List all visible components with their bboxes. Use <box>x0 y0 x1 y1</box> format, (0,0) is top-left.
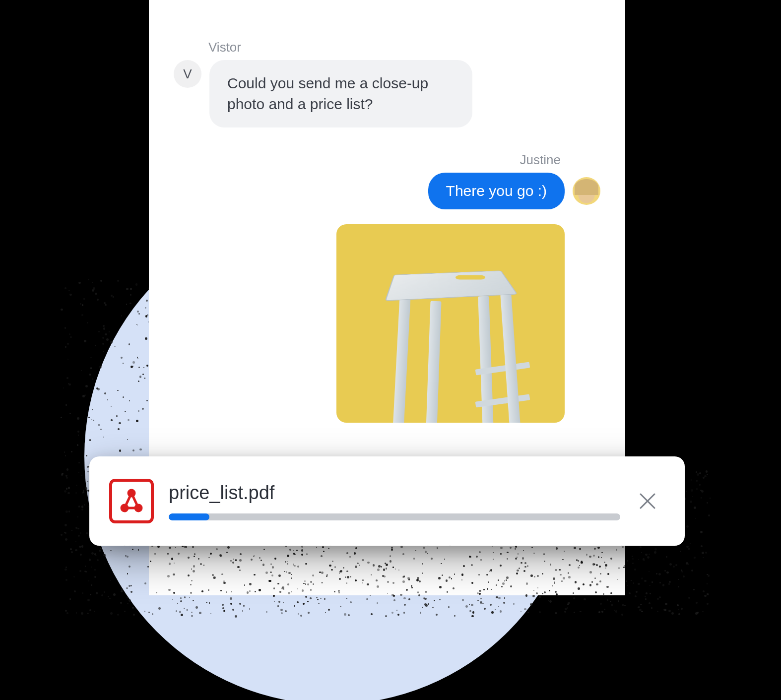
attachment-image[interactable] <box>336 224 565 423</box>
visitor-message-text: Could you send me a close-up photo and a… <box>227 73 455 115</box>
agent-message-text: There you go :) <box>446 183 547 199</box>
cancel-upload-button[interactable] <box>635 489 660 513</box>
agent-message-bubble[interactable]: There you go :) <box>428 173 565 209</box>
visitor-name-label: Vistor <box>208 40 600 55</box>
upload-filename: price_list.pdf <box>169 482 620 504</box>
close-icon <box>639 492 656 510</box>
visitor-message-group: Vistor V Could you send me a close-up ph… <box>174 40 600 127</box>
upload-progress-bar <box>169 513 620 520</box>
pdf-icon <box>109 479 154 523</box>
visitor-avatar[interactable]: V <box>174 60 201 88</box>
visitor-message-bubble[interactable]: Could you send me a close-up photo and a… <box>209 60 472 127</box>
visitor-initial: V <box>183 66 192 82</box>
product-stool-illustration <box>376 249 525 423</box>
upload-progress-fill <box>169 513 209 520</box>
agent-message-group: Justine There you go :) <box>174 152 600 423</box>
agent-name-label: Justine <box>520 152 561 168</box>
file-upload-card: price_list.pdf <box>89 456 685 546</box>
agent-avatar[interactable] <box>573 177 600 205</box>
